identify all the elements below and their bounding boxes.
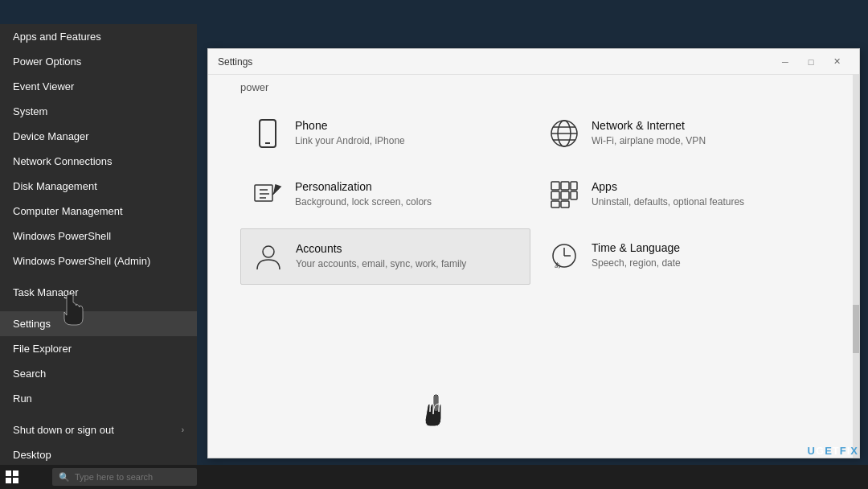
- svg-rect-16: [561, 191, 569, 199]
- settings-content: power PhoneLink your Android, iPhone Net…: [208, 75, 859, 458]
- svg-rect-25: [6, 471, 11, 476]
- menu-item-run[interactable]: Run: [0, 386, 197, 411]
- settings-item-phone[interactable]: PhoneLink your Android, iPhone: [240, 106, 530, 161]
- svg-rect-19: [561, 201, 569, 208]
- svg-rect-27: [6, 478, 11, 483]
- menu-item-label: Apps and Features: [13, 31, 101, 43]
- settings-item-desc-time-language: Speech, region, date: [592, 257, 681, 270]
- menu-item-computer-management[interactable]: Computer Management: [0, 199, 197, 224]
- menu-item-label: Task Manager: [13, 286, 79, 298]
- settings-item-time-language[interactable]: あ Time & LanguageSpeech, region, date: [537, 228, 827, 285]
- apps-icon: [550, 180, 579, 209]
- menu-item-system[interactable]: System: [0, 99, 197, 124]
- taskbar-search-box[interactable]: 🔍: [52, 468, 197, 486]
- menu-item-label: Device Manager: [13, 130, 89, 142]
- settings-item-apps[interactable]: AppsUninstall, defaults, optional featur…: [537, 167, 827, 222]
- taskbar: 🔍: [0, 465, 868, 489]
- svg-text:あ: あ: [555, 261, 561, 269]
- settings-item-text-personalization: PersonalizationBackground, lock screen, …: [295, 180, 432, 209]
- menu-item-network-connections[interactable]: Network Connections: [0, 149, 197, 174]
- settings-item-title-phone: Phone: [295, 119, 405, 132]
- settings-item-title-accounts: Accounts: [296, 242, 466, 255]
- scrollbar-track[interactable]: [853, 75, 859, 458]
- scrollbar-thumb[interactable]: [853, 305, 859, 353]
- settings-item-desc-network-internet: Wi-Fi, airplane mode, VPN: [592, 134, 706, 148]
- menu-item-disk-management[interactable]: Disk Management: [0, 174, 197, 199]
- menu-item-device-manager[interactable]: Device Manager: [0, 124, 197, 149]
- titlebar-buttons: ─ □ ✕: [772, 53, 850, 71]
- menu-item-settings[interactable]: Settings: [0, 311, 197, 336]
- menu-item-label: Network Connections: [13, 155, 113, 167]
- maximize-button[interactable]: □: [798, 53, 824, 71]
- svg-rect-12: [551, 182, 559, 190]
- watermark: UGETFIX: [808, 445, 858, 457]
- settings-item-desc-apps: Uninstall, defaults, optional features: [592, 195, 744, 209]
- svg-rect-17: [571, 191, 577, 199]
- personalization-icon: [253, 180, 282, 209]
- menu-item-windows-powershell-admin[interactable]: Windows PowerShell (Admin): [0, 249, 197, 273]
- menu-item-task-manager[interactable]: Task Manager: [0, 280, 197, 305]
- settings-item-title-apps: Apps: [592, 180, 744, 193]
- settings-item-title-time-language: Time & Language: [592, 241, 681, 254]
- menu-item-label: Shut down or sign out: [13, 424, 114, 436]
- menu-item-label: Windows PowerShell (Admin): [13, 255, 150, 267]
- settings-item-text-phone: PhoneLink your Android, iPhone: [295, 119, 405, 148]
- settings-titlebar: Settings ─ □ ✕: [208, 49, 859, 75]
- settings-title: Settings: [218, 56, 252, 68]
- search-input[interactable]: [75, 472, 187, 482]
- settings-item-desc-accounts: Your accounts, email, sync, work, family: [296, 257, 466, 271]
- partial-text: power: [240, 75, 827, 106]
- settings-item-text-network-internet: Network & InternetWi-Fi, airplane mode, …: [592, 119, 706, 148]
- settings-window: Settings ─ □ ✕ power PhoneLink your Andr…: [207, 48, 860, 458]
- settings-item-desc-personalization: Background, lock screen, colors: [295, 195, 432, 209]
- menu-item-event-viewer[interactable]: Event Viewer: [0, 74, 197, 99]
- svg-rect-15: [551, 191, 559, 199]
- accounts-icon: [254, 242, 283, 271]
- settings-item-desc-phone: Link your Android, iPhone: [295, 134, 405, 148]
- svg-rect-13: [561, 182, 569, 190]
- settings-item-text-accounts: AccountsYour accounts, email, sync, work…: [296, 242, 466, 271]
- menu-item-label: System: [13, 105, 47, 117]
- menu-item-label: Search: [13, 368, 46, 380]
- svg-rect-7: [255, 185, 272, 201]
- menu-item-search[interactable]: Search: [0, 361, 197, 386]
- menu-item-label: Windows PowerShell: [13, 230, 111, 242]
- svg-point-20: [263, 246, 274, 257]
- menu-item-desktop[interactable]: Desktop: [0, 442, 197, 467]
- network-icon: [550, 119, 579, 148]
- menu-item-label: Run: [13, 392, 32, 405]
- menu-item-label: File Explorer: [13, 343, 72, 355]
- menu-item-windows-powershell[interactable]: Windows PowerShell: [0, 224, 197, 249]
- settings-item-text-time-language: Time & LanguageSpeech, region, date: [592, 241, 681, 270]
- context-menu: Apps and FeaturesPower OptionsEvent View…: [0, 24, 197, 465]
- windows-start-button[interactable]: [0, 465, 24, 489]
- menu-item-shut-down[interactable]: Shut down or sign out›: [0, 417, 197, 442]
- menu-item-label: Settings: [13, 318, 51, 330]
- svg-rect-26: [13, 471, 18, 476]
- menu-item-label: Desktop: [13, 449, 51, 461]
- settings-item-text-apps: AppsUninstall, defaults, optional featur…: [592, 180, 744, 209]
- settings-item-network-internet[interactable]: Network & InternetWi-Fi, airplane mode, …: [537, 106, 827, 161]
- settings-item-accounts[interactable]: AccountsYour accounts, email, sync, work…: [240, 228, 530, 285]
- menu-item-label: Power Options: [13, 55, 81, 68]
- settings-item-personalization[interactable]: PersonalizationBackground, lock screen, …: [240, 167, 530, 222]
- menu-item-label: Computer Management: [13, 205, 123, 217]
- close-button[interactable]: ✕: [824, 53, 850, 71]
- search-icon: 🔍: [59, 472, 70, 483]
- phone-icon: [253, 119, 282, 148]
- settings-item-title-network-internet: Network & Internet: [592, 119, 706, 132]
- minimize-button[interactable]: ─: [772, 53, 798, 71]
- menu-item-power-options[interactable]: Power Options: [0, 49, 197, 74]
- svg-rect-28: [13, 478, 18, 483]
- menu-item-label: Disk Management: [13, 180, 97, 192]
- svg-rect-14: [571, 182, 577, 190]
- svg-rect-18: [551, 201, 559, 208]
- settings-grid: PhoneLink your Android, iPhone Network &…: [240, 106, 827, 285]
- menu-item-file-explorer[interactable]: File Explorer: [0, 336, 197, 361]
- settings-item-title-personalization: Personalization: [295, 180, 432, 193]
- submenu-arrow-icon: ›: [182, 425, 184, 434]
- time-icon: あ: [550, 241, 579, 270]
- menu-item-apps-features[interactable]: Apps and Features: [0, 24, 197, 49]
- menu-item-label: Event Viewer: [13, 80, 74, 92]
